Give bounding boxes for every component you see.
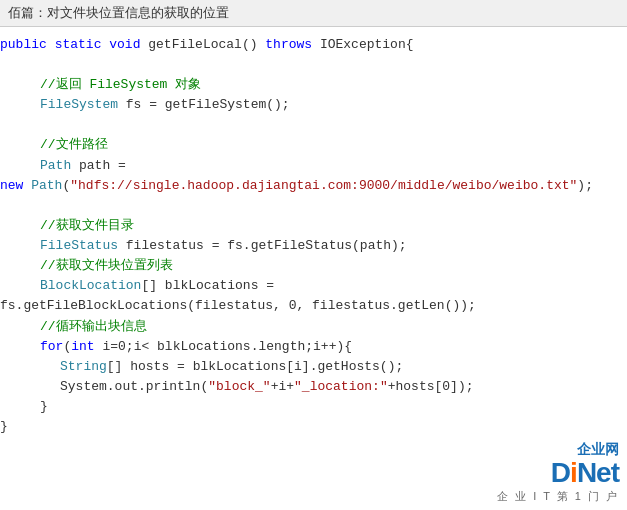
code-line: Path path = <box>0 156 627 176</box>
watermark-logo-area: DiNet <box>551 459 619 487</box>
code-line: } <box>0 417 627 437</box>
code-text: //返回 FileSystem 对象 <box>40 75 201 95</box>
code-line: fs.getFileBlockLocations(filestatus, 0, … <box>0 296 627 316</box>
code-type: Path <box>40 158 71 173</box>
code-string: "_location:" <box>294 379 388 394</box>
code-string: "block_" <box>208 379 270 394</box>
code-text: fs.getFileBlockLocations(filestatus, 0, … <box>0 296 476 316</box>
code-type: FileSystem <box>40 97 118 112</box>
code-kw: int <box>71 339 94 354</box>
code-plain: ); <box>577 178 593 193</box>
code-plain: filestatus = fs.getFileStatus(path); <box>118 238 407 253</box>
code-line: //文件路径 <box>0 135 627 155</box>
code-kw: void <box>109 37 140 52</box>
code-comment: //文件路径 <box>40 137 108 152</box>
code-line: System.out.println("block_"+i+"_location… <box>0 377 627 397</box>
code-text: //获取文件块位置列表 <box>40 256 173 276</box>
code-plain: System.out.println( <box>60 379 208 394</box>
code-text: new Path("hdfs://single.hadoop.dajiangta… <box>0 176 593 196</box>
code-plain: fs.getFileBlockLocations(filestatus, 0, … <box>0 298 476 313</box>
watermark-logo: DiNet <box>551 458 619 488</box>
code-kw: public <box>0 37 47 52</box>
code-comment: //获取文件块位置列表 <box>40 258 173 273</box>
code-plain: getFileLocal() <box>140 37 265 52</box>
header: 佰篇：对文件块位置信息的获取的位置 <box>0 0 627 27</box>
code-plain: +hosts[0]); <box>388 379 474 394</box>
code-text: String[] hosts = blkLocations[i].getHost… <box>60 357 403 377</box>
code-text: } <box>40 397 48 417</box>
code-text: //文件路径 <box>40 135 108 155</box>
code-line <box>0 115 627 135</box>
code-type: String <box>60 359 107 374</box>
code-line: //返回 FileSystem 对象 <box>0 75 627 95</box>
code-line: BlockLocation[] blkLocations = <box>0 276 627 296</box>
code-kw: for <box>40 339 63 354</box>
code-line: public static void getFileLocal() throws… <box>0 35 627 55</box>
code-plain: [] hosts = blkLocations[i].getHosts(); <box>107 359 403 374</box>
code-comment: //获取文件目录 <box>40 218 134 233</box>
code-text: FileStatus filestatus = fs.getFileStatus… <box>40 236 407 256</box>
code-line <box>0 55 627 75</box>
code-text: } <box>0 417 8 437</box>
code-comment: //循环输出块信息 <box>40 319 147 334</box>
code-text: for(int i=0;i< blkLocations.length;i++){ <box>40 337 352 357</box>
code-plain: [] blkLocations = <box>141 278 274 293</box>
code-plain: path = <box>71 158 126 173</box>
code-type: FileStatus <box>40 238 118 253</box>
code-plain: } <box>0 419 8 434</box>
code-line: FileSystem fs = getFileSystem(); <box>0 95 627 115</box>
code-text: //获取文件目录 <box>40 216 134 236</box>
code-line <box>0 196 627 216</box>
code-string: "hdfs://single.hadoop.dajiangtai.com:900… <box>70 178 577 193</box>
code-kw: new <box>0 178 23 193</box>
code-line: //循环输出块信息 <box>0 317 627 337</box>
code-plain: fs = getFileSystem(); <box>118 97 290 112</box>
code-line: //获取文件目录 <box>0 216 627 236</box>
code-text: //循环输出块信息 <box>40 317 147 337</box>
code-text: public static void getFileLocal() throws… <box>0 35 414 55</box>
code-kw: static <box>55 37 102 52</box>
watermark-tagline: 企 业 I T 第 1 门 户 <box>497 489 619 504</box>
code-comment: //返回 FileSystem 对象 <box>40 77 201 92</box>
code-text: BlockLocation[] blkLocations = <box>40 276 274 296</box>
code-text: Path path = <box>40 156 126 176</box>
code-plain: +i+ <box>271 379 294 394</box>
code-line: String[] hosts = blkLocations[i].getHost… <box>0 357 627 377</box>
code-text: System.out.println("block_"+i+"_location… <box>60 377 474 397</box>
code-plain: IOException{ <box>312 37 413 52</box>
header-title: 佰篇：对文件块位置信息的获取的位置 <box>8 5 229 20</box>
watermark: 企业网 DiNet 企 业 I T 第 1 门 户 <box>497 441 619 504</box>
code-line: for(int i=0;i< blkLocations.length;i++){ <box>0 337 627 357</box>
code-line: } <box>0 397 627 417</box>
code-container: public static void getFileLocal() throws… <box>0 27 627 445</box>
code-line: new Path("hdfs://single.hadoop.dajiangta… <box>0 176 627 196</box>
code-line: //获取文件块位置列表 <box>0 256 627 276</box>
code-plain: i=0;i< blkLocations.length;i++){ <box>95 339 352 354</box>
code-text: FileSystem fs = getFileSystem(); <box>40 95 290 115</box>
code-plain: } <box>40 399 48 414</box>
code-kw: throws <box>265 37 312 52</box>
code-plain <box>47 37 55 52</box>
code-line: FileStatus filestatus = fs.getFileStatus… <box>0 236 627 256</box>
code-type: Path <box>31 178 62 193</box>
code-type: BlockLocation <box>40 278 141 293</box>
